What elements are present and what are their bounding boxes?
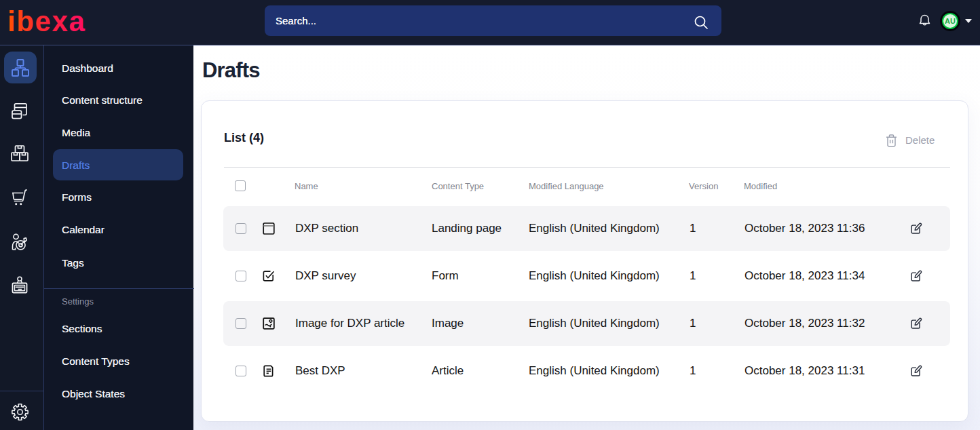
svg-text:ibexa: ibexa bbox=[9, 9, 86, 33]
